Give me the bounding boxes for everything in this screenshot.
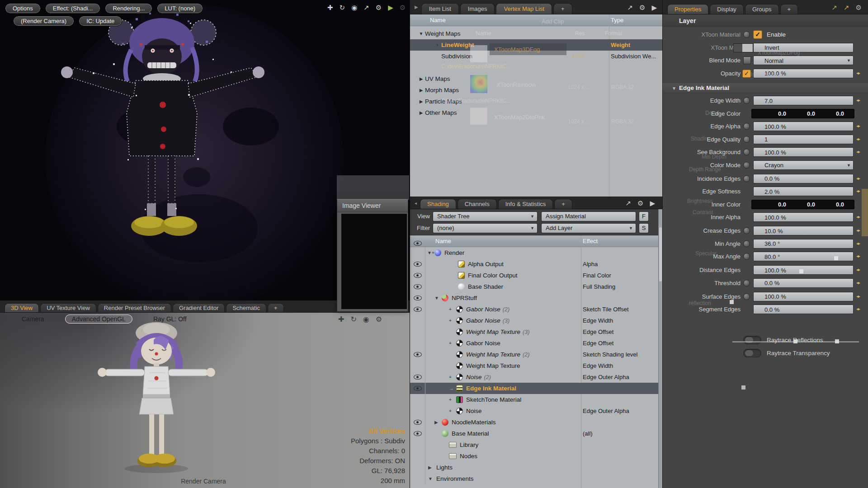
vertex-panel-tab[interactable]: Item List xyxy=(421,3,459,14)
zoom-icon[interactable]: ◉ xyxy=(363,315,369,324)
property-field[interactable]: 2.0 % ▼ xyxy=(753,187,854,196)
expand-icon[interactable]: ↗ xyxy=(627,4,633,12)
gear-icon[interactable]: ⚙ xyxy=(856,4,862,12)
shader-tree-row[interactable]: Alpha Output Alpha xyxy=(410,258,658,270)
gear-ghost-icon[interactable]: ⚙ xyxy=(400,4,406,12)
shader-tree-row[interactable]: ▼ NPRStuff xyxy=(410,292,658,304)
f-button[interactable]: F xyxy=(639,211,649,221)
mini-arrows-icon[interactable]: ◂▸ xyxy=(856,70,860,75)
assign-material-button[interactable]: Assign Material xyxy=(541,211,636,221)
vertex-map-row[interactable]: ▼ Weight Maps xyxy=(410,28,662,39)
viewport-tab[interactable]: 3D View xyxy=(5,303,39,312)
vertex-map-row[interactable]: ▶ Morph Maps xyxy=(410,84,662,96)
mini-arrows-icon[interactable]: ◂▸ xyxy=(856,176,860,181)
checkbox-checked-icon[interactable]: ✓ xyxy=(742,70,751,78)
column-header-name[interactable]: Name xyxy=(435,238,451,244)
gear-icon[interactable]: ⚙ xyxy=(637,199,643,207)
envelope-radio[interactable] xyxy=(743,97,750,104)
expander-icon[interactable]: → xyxy=(449,386,456,391)
property-field[interactable]: 7.0 ▼ xyxy=(753,96,854,105)
expander-icon[interactable]: ▶ xyxy=(417,99,425,104)
shader-tree-row[interactable]: → Edge Ink Material xyxy=(410,383,658,394)
render-toolbar-button[interactable]: IC: Update xyxy=(79,16,122,26)
render-toolbar-button[interactable]: Options xyxy=(5,4,40,13)
column-header-name[interactable]: Name xyxy=(430,17,446,23)
expand-icon[interactable]: ↗ xyxy=(844,4,849,12)
expander-icon[interactable]: + xyxy=(449,375,456,380)
property-field[interactable]: 0.0 % ▼ xyxy=(753,305,854,314)
vertex-panel-tab[interactable]: Images xyxy=(460,3,495,14)
property-field[interactable]: Normal ▼ xyxy=(753,56,854,65)
window-titlebar[interactable]: Image Viewer xyxy=(337,199,408,212)
play-icon[interactable]: ▶ xyxy=(388,4,393,12)
shader-tree-row[interactable]: Library xyxy=(410,439,658,450)
3d-viewport[interactable]: 3D View UV Texture View Render Preset Br… xyxy=(0,300,410,488)
vertex-panel-tab[interactable]: Vertex Map List xyxy=(496,3,552,14)
envelope-radio[interactable] xyxy=(743,123,750,130)
shader-tree-row[interactable]: Weight Map Texture Edge Width xyxy=(410,360,658,371)
properties-tab[interactable]: Display xyxy=(710,4,744,14)
expand-icon[interactable]: ↗ xyxy=(363,4,369,12)
vertex-panel-tab[interactable]: + xyxy=(553,3,572,14)
expander-icon[interactable]: ▶ xyxy=(417,76,425,81)
arrow-icon[interactable]: ▶ xyxy=(650,199,655,207)
render-toolbar-button[interactable]: Rendering... xyxy=(105,4,152,13)
column-header-type[interactable]: Type xyxy=(611,17,623,23)
envelope-radio[interactable] xyxy=(743,149,750,155)
render-toolbar-button[interactable]: LUT: (none) xyxy=(157,4,203,13)
vertex-map-row[interactable]: ▶ Other Maps xyxy=(410,107,662,118)
shader-tree-row[interactable]: + Gabor Noise Edge Offset xyxy=(410,338,658,349)
property-field[interactable]: 0.0 0.0 0.0 ▼ xyxy=(751,109,854,118)
scrollbar[interactable] xyxy=(658,209,662,488)
panel-arrow-icon[interactable]: ◂ xyxy=(415,201,417,206)
expander-icon[interactable]: ▶ xyxy=(417,110,425,115)
mini-arrows-icon[interactable]: ◂▸ xyxy=(856,149,860,154)
checkbox-row[interactable]: Raytrace Reflections xyxy=(663,335,868,345)
render-toolbar-button[interactable]: (Render Camera) xyxy=(14,16,74,26)
filter-dropdown[interactable]: (none) ▼ xyxy=(433,223,538,233)
property-field[interactable]: 100.0 % ▼ xyxy=(753,212,854,222)
add-layer-dropdown[interactable]: Add Layer ▼ xyxy=(541,223,636,233)
property-field[interactable]: 100.0 % ▼ xyxy=(753,69,854,78)
envelope-radio[interactable] xyxy=(743,136,750,143)
envelope-radio[interactable] xyxy=(743,175,750,182)
viewport-tab[interactable]: Gradient Editor xyxy=(173,303,225,312)
expander-icon[interactable]: ▶ xyxy=(434,420,442,425)
shader-panel-tab[interactable]: + xyxy=(554,199,572,209)
shader-tree-row[interactable]: ▼+ Render xyxy=(410,247,658,258)
property-field[interactable]: 10.0 % ▼ xyxy=(753,226,854,235)
vertex-map-row[interactable]: ▶ Particle Maps xyxy=(410,96,662,107)
expander-icon[interactable]: • xyxy=(434,42,441,47)
expander-icon[interactable]: ▶ xyxy=(428,465,435,470)
gear-icon[interactable]: ⚙ xyxy=(639,4,645,12)
shader-tree-row[interactable]: + Noise (2) Edge Outer Alpha xyxy=(410,371,658,383)
collapse-triangle-icon[interactable]: ▼ xyxy=(672,84,676,94)
shader-tree-row[interactable]: Final Color Output Final Color xyxy=(410,270,658,281)
checkbox-unchecked[interactable] xyxy=(743,336,761,344)
shader-tree-row[interactable]: Base Material (all) xyxy=(410,428,658,439)
gear-icon[interactable]: ⚙ xyxy=(376,4,382,12)
shader-tree-row[interactable]: Weight Map Texture (2) Sketch Shading le… xyxy=(410,349,658,360)
arrow-icon[interactable]: ▶ xyxy=(651,4,657,12)
mini-arrows-icon[interactable]: ◂▸ xyxy=(856,228,860,233)
mini-thumbnail[interactable] xyxy=(743,56,751,64)
property-field[interactable]: 0.0 % ▼ xyxy=(753,278,854,288)
expander-icon[interactable]: + xyxy=(449,397,456,402)
mini-arrows-icon[interactable]: ◂▸ xyxy=(856,98,860,103)
envelope-radio[interactable] xyxy=(743,31,750,38)
render-toolbar-button[interactable]: Effect: (Shadi... xyxy=(46,4,100,13)
mini-arrows-icon[interactable]: ◂▸ xyxy=(856,294,860,299)
properties-tab[interactable]: Groups xyxy=(745,4,779,14)
expander-icon[interactable]: ▼ xyxy=(428,476,435,481)
shader-panel-tab[interactable]: Shading xyxy=(420,199,456,209)
property-field[interactable]: 80.0 ° ▼ xyxy=(753,252,854,261)
shader-tree-row[interactable]: Weight Map Texture (3) Edge Offset xyxy=(410,326,658,338)
shader-tree-row[interactable]: + Gabor Noise (3) Edge Width xyxy=(410,315,658,326)
move-icon[interactable]: ✚ xyxy=(338,315,344,324)
move-icon[interactable]: ✚ xyxy=(327,4,333,12)
vertex-map-row[interactable]: ▶ UV Maps xyxy=(410,73,662,84)
property-field[interactable]: 1 ▼ xyxy=(753,135,854,144)
property-field[interactable]: 100.0 % ▼ xyxy=(753,265,854,275)
envelope-radio[interactable] xyxy=(743,162,750,169)
expander-icon[interactable]: ▼+ xyxy=(427,250,434,255)
